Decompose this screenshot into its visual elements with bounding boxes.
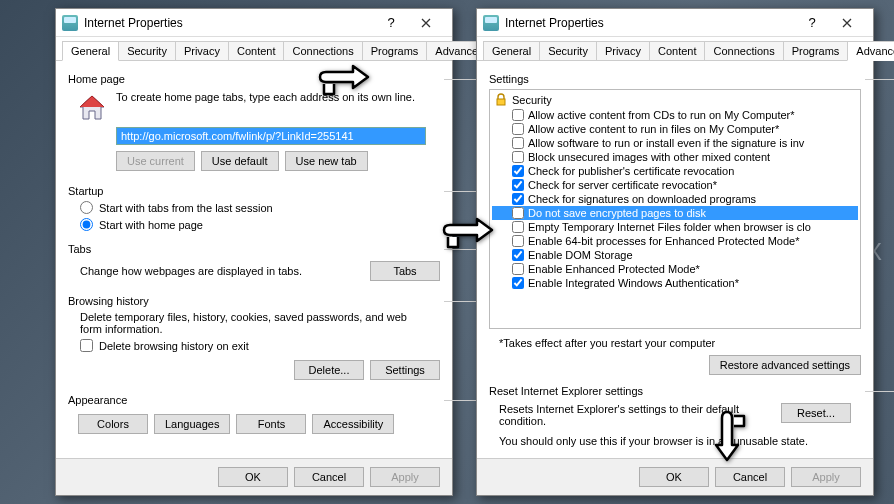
tab-privacy[interactable]: Privacy (175, 41, 229, 60)
close-button[interactable] (406, 11, 446, 35)
tab-general[interactable]: General (483, 41, 540, 60)
setting-item[interactable]: Empty Temporary Internet Files folder wh… (492, 220, 858, 234)
reset-button[interactable]: Reset... (781, 403, 851, 423)
tab-general[interactable]: General (62, 41, 119, 61)
setting-item[interactable]: Enable 64-bit processes for Enhanced Pro… (492, 234, 858, 248)
accessibility-button[interactable]: Accessibility (312, 414, 394, 434)
startup-last-label: Start with tabs from the last session (99, 202, 273, 214)
startup-home-label: Start with home page (99, 219, 203, 231)
setting-checkbox[interactable] (512, 165, 524, 177)
close-button[interactable] (827, 11, 867, 35)
window-title: Internet Properties (84, 16, 376, 30)
setting-checkbox[interactable] (512, 235, 524, 247)
setting-checkbox[interactable] (512, 137, 524, 149)
setting-label: Enable Integrated Windows Authentication… (528, 277, 739, 289)
security-node-label: Security (512, 94, 552, 106)
help-button[interactable]: ? (797, 15, 827, 30)
setting-item[interactable]: Enable DOM Storage (492, 248, 858, 262)
setting-checkbox[interactable] (512, 207, 524, 219)
tabs-label: Tabs (68, 243, 440, 255)
use-new-tab-button[interactable]: Use new tab (285, 151, 368, 171)
setting-item[interactable]: Allow software to run or install even if… (492, 136, 858, 150)
setting-label: Allow active content to run in files on … (528, 123, 779, 135)
setting-checkbox[interactable] (512, 193, 524, 205)
appearance-label: Appearance (68, 394, 440, 406)
internet-properties-dialog-general: Internet Properties ? General Security P… (55, 8, 453, 496)
internet-properties-dialog-advanced: Internet Properties ? General Security P… (476, 8, 874, 496)
setting-item[interactable]: Allow active content from CDs to run on … (492, 108, 858, 122)
tab-content[interactable]: Content (649, 41, 706, 60)
tab-security[interactable]: Security (539, 41, 597, 60)
apply-button[interactable]: Apply (791, 467, 861, 487)
titlebar[interactable]: Internet Properties ? (477, 9, 873, 37)
delete-on-exit-check[interactable]: Delete browsing history on exit (68, 337, 440, 354)
restore-advanced-button[interactable]: Restore advanced settings (709, 355, 861, 375)
startup-last-session[interactable]: Start with tabs from the last session (68, 199, 440, 216)
cursor-hand-icon (442, 205, 502, 257)
tab-security[interactable]: Security (118, 41, 176, 60)
colors-button[interactable]: Colors (78, 414, 148, 434)
setting-checkbox[interactable] (512, 151, 524, 163)
advanced-settings-tree[interactable]: Security Allow active content from CDs t… (489, 89, 861, 329)
reset-label: Reset Internet Explorer settings (489, 385, 861, 397)
general-tab-content: Home page To create home page tabs, type… (56, 61, 452, 452)
setting-checkbox[interactable] (512, 123, 524, 135)
history-desc: Delete temporary files, history, cookies… (68, 309, 440, 337)
titlebar[interactable]: Internet Properties ? (56, 9, 452, 37)
window-title: Internet Properties (505, 16, 797, 30)
setting-checkbox[interactable] (512, 249, 524, 261)
setting-label: Allow active content from CDs to run on … (528, 109, 795, 121)
home-url-input[interactable] (116, 127, 426, 145)
tab-connections[interactable]: Connections (704, 41, 783, 60)
tabs-settings-button[interactable]: Tabs (370, 261, 440, 281)
setting-label: Empty Temporary Internet Files folder wh… (528, 221, 811, 233)
setting-item[interactable]: Enable Integrated Windows Authentication… (492, 276, 858, 290)
restart-note: *Takes effect after you restart your com… (489, 333, 861, 353)
tabs-group: Tabs Change how webpages are displayed i… (68, 239, 440, 285)
tabs-desc: Change how webpages are displayed in tab… (68, 263, 370, 279)
setting-item[interactable]: Check for server certificate revocation* (492, 178, 858, 192)
advanced-tab-content: Settings Security Allow active content f… (477, 61, 873, 459)
setting-label: Check for server certificate revocation* (528, 179, 717, 191)
setting-checkbox[interactable] (512, 221, 524, 233)
ok-button[interactable]: OK (639, 467, 709, 487)
startup-home-page[interactable]: Start with home page (68, 216, 440, 233)
setting-item[interactable]: Enable Enhanced Protected Mode* (492, 262, 858, 276)
lock-icon (494, 93, 508, 107)
setting-checkbox[interactable] (512, 179, 524, 191)
setting-item[interactable]: Do not save encrypted pages to disk (492, 206, 858, 220)
setting-item[interactable]: Block unsecured images with other mixed … (492, 150, 858, 164)
setting-label: Block unsecured images with other mixed … (528, 151, 770, 163)
appearance-group: Appearance Colors Languages Fonts Access… (68, 390, 440, 438)
use-default-button[interactable]: Use default (201, 151, 279, 171)
tab-strip: General Security Privacy Content Connect… (56, 37, 452, 61)
setting-checkbox[interactable] (512, 277, 524, 289)
setting-checkbox[interactable] (512, 109, 524, 121)
tab-programs[interactable]: Programs (783, 41, 849, 60)
delete-history-button[interactable]: Delete... (294, 360, 364, 380)
cursor-hand-icon (700, 410, 755, 472)
tab-privacy[interactable]: Privacy (596, 41, 650, 60)
tab-content[interactable]: Content (228, 41, 285, 60)
security-tree-node[interactable]: Security (492, 92, 858, 108)
internet-options-icon (62, 15, 78, 31)
use-current-button[interactable]: Use current (116, 151, 195, 171)
setting-label: Enable DOM Storage (528, 249, 633, 261)
browsing-history-group: Browsing history Delete temporary files,… (68, 291, 440, 384)
setting-checkbox[interactable] (512, 263, 524, 275)
setting-label: Check for publisher's certificate revoca… (528, 165, 734, 177)
cancel-button[interactable]: Cancel (294, 467, 364, 487)
setting-item[interactable]: Allow active content to run in files on … (492, 122, 858, 136)
startup-label: Startup (68, 185, 440, 197)
help-button[interactable]: ? (376, 15, 406, 30)
ok-button[interactable]: OK (218, 467, 288, 487)
close-icon (421, 18, 431, 28)
languages-button[interactable]: Languages (154, 414, 230, 434)
setting-item[interactable]: Check for signatures on downloaded progr… (492, 192, 858, 206)
apply-button[interactable]: Apply (370, 467, 440, 487)
setting-item[interactable]: Check for publisher's certificate revoca… (492, 164, 858, 178)
setting-label: Enable 64-bit processes for Enhanced Pro… (528, 235, 800, 247)
history-settings-button[interactable]: Settings (370, 360, 440, 380)
tab-advanced[interactable]: Advanced (847, 41, 894, 61)
fonts-button[interactable]: Fonts (236, 414, 306, 434)
